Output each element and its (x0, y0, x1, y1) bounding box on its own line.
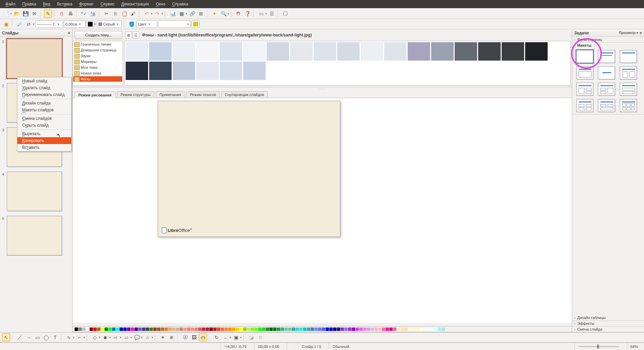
calloutshapes-icon[interactable]: 💬 (133, 333, 141, 341)
table-icon[interactable]: ▦ (177, 10, 186, 18)
color-swatch[interactable] (303, 328, 307, 331)
layout-content-left[interactable] (576, 83, 593, 96)
color-swatch[interactable] (221, 328, 224, 331)
undo-icon[interactable]: ↶ (143, 10, 151, 18)
color-swatch[interactable] (108, 328, 112, 331)
gallery-thumb[interactable] (196, 62, 219, 80)
align-icon[interactable]: ⫠ (221, 333, 230, 341)
color-swatch[interactable] (307, 328, 310, 331)
points-edit-icon[interactable]: ✶ (159, 333, 167, 341)
color-swatch[interactable] (243, 328, 247, 331)
color-swatch[interactable] (78, 328, 82, 331)
color-swatch[interactable] (359, 328, 363, 331)
format-paint-icon[interactable]: 🖌 (129, 10, 137, 18)
theme-list[interactable]: Граничные линииДомашняя страницаЗвукиМар… (73, 41, 123, 85)
color-swatch[interactable] (206, 328, 209, 331)
status-insert-mode[interactable] (287, 343, 294, 350)
color-swatch[interactable] (374, 328, 378, 331)
color-swatch[interactable] (247, 328, 250, 331)
gallery-thumb[interactable] (196, 42, 219, 61)
theme-Граничные линии[interactable]: Граничные линии (73, 42, 122, 47)
color-swatch[interactable] (292, 328, 295, 331)
flowchartshapes-icon[interactable]: ▱ (122, 333, 130, 341)
view-tab-0[interactable]: Режим рисования (75, 92, 115, 98)
task-section-transition[interactable]: Смена слайда (572, 327, 644, 332)
layout-content[interactable] (576, 66, 593, 79)
color-swatch[interactable] (326, 328, 329, 331)
zoom-slider[interactable] (575, 343, 623, 350)
navigator-icon[interactable]: ✦ (210, 10, 219, 18)
fill-value-combo[interactable]: ▾ (158, 20, 191, 28)
gallery-thumb[interactable] (243, 42, 266, 61)
gallery-thumb[interactable] (384, 42, 407, 61)
gallery-thumb[interactable] (431, 42, 454, 61)
gluepoints-icon[interactable]: ⊕ (168, 333, 176, 341)
color-swatch[interactable] (236, 328, 239, 331)
color-swatch[interactable] (176, 328, 179, 331)
color-swatch[interactable] (269, 328, 273, 331)
gallery-thumb[interactable] (173, 62, 195, 80)
curve-tool-icon[interactable]: ∿ (65, 333, 73, 341)
copy-icon[interactable]: ⎘ (111, 10, 120, 18)
color-swatch[interactable] (93, 328, 97, 331)
ctx-Вырезать[interactable]: Вырезать (17, 130, 71, 137)
ellipse-tool-icon[interactable]: ◯ (42, 333, 50, 341)
spellcheck-icon[interactable]: ᴬ✓ (80, 10, 88, 18)
color-swatch[interactable] (157, 328, 160, 331)
view-tab-4[interactable]: Сортировщик слайдов (221, 91, 268, 98)
rotate-icon[interactable]: ↻ (213, 333, 221, 341)
color-swatch[interactable] (337, 328, 340, 331)
gallery-thumb[interactable] (314, 42, 336, 61)
color-swatch[interactable] (183, 328, 187, 331)
view-tab-2[interactable]: Примечания (156, 91, 185, 98)
color-swatch[interactable] (344, 328, 348, 331)
color-swatch[interactable] (442, 328, 445, 331)
color-swatch[interactable] (389, 328, 393, 331)
ctx-Макеты слайдов[interactable]: Макеты слайдов (17, 107, 71, 113)
color-swatch[interactable] (90, 328, 93, 331)
task-section-table[interactable]: Дизайн таблицы (572, 315, 644, 321)
arrow-style-icon[interactable]: ⇄ (25, 20, 33, 28)
arrange2-icon[interactable]: ▣ (232, 333, 240, 341)
color-swatch[interactable] (363, 328, 366, 331)
slide-thumb-1[interactable]: 1 (2, 39, 70, 78)
theme-Новая тема[interactable]: Новая тема (73, 70, 122, 76)
color-swatch[interactable] (427, 328, 430, 331)
gallery-thumb[interactable] (126, 42, 148, 61)
slide-props-icon[interactable]: ☰ (268, 10, 276, 18)
color-swatch[interactable] (75, 328, 78, 331)
color-swatch[interactable] (393, 328, 396, 331)
color-swatch[interactable] (400, 328, 404, 331)
color-swatch[interactable] (434, 328, 438, 331)
color-swatch[interactable] (138, 328, 142, 331)
color-swatch[interactable] (254, 328, 258, 331)
slide-canvas[interactable]: LibreOffice® (73, 98, 572, 323)
color-swatch[interactable] (438, 328, 441, 331)
layout-top-bottom[interactable] (620, 83, 637, 96)
gallery-thumbnails[interactable] (124, 41, 570, 85)
color-swatch[interactable] (127, 328, 130, 331)
color-swatch[interactable] (277, 328, 280, 331)
color-swatch[interactable] (311, 328, 314, 331)
gallery-thumb[interactable] (267, 42, 289, 61)
gallery-thumb[interactable] (126, 62, 148, 80)
color-swatch[interactable] (179, 328, 183, 331)
color-swatch[interactable] (412, 328, 415, 331)
color-swatch[interactable] (164, 328, 168, 331)
color-swatch[interactable] (386, 328, 389, 331)
color-swatch[interactable] (329, 328, 333, 331)
arrow-tool-icon[interactable]: → (25, 333, 33, 341)
color-swatch[interactable] (382, 328, 385, 331)
color-swatch[interactable] (333, 328, 336, 331)
whatsthis-icon[interactable]: ❓ (244, 10, 252, 18)
basicshapes-icon[interactable]: ◇ (91, 333, 99, 341)
color-swatch[interactable] (348, 328, 351, 331)
gallery-thumb[interactable] (455, 42, 477, 61)
layout-6content[interactable] (620, 99, 637, 112)
theme-Звуки[interactable]: Звуки (73, 53, 122, 59)
color-swatch[interactable] (213, 328, 217, 331)
color-swatch[interactable] (146, 328, 149, 331)
layout-centered[interactable] (598, 66, 615, 79)
ctx-Новый слайд[interactable]: Новый слайд (17, 78, 71, 84)
color-palette-bar[interactable] (73, 326, 572, 332)
